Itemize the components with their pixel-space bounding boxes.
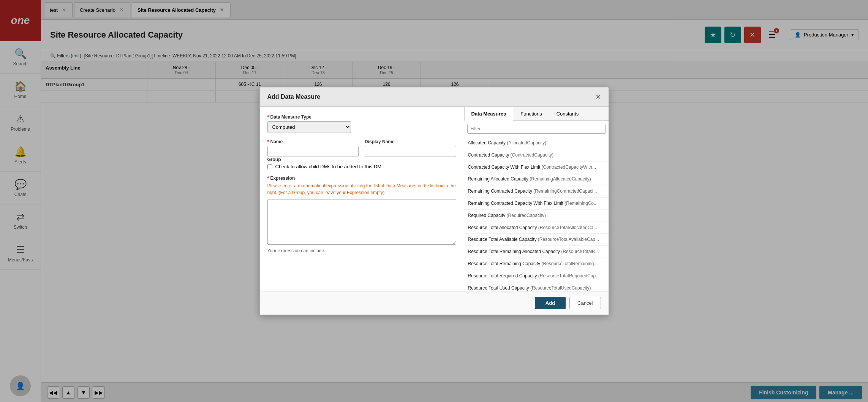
expression-label: Expression	[267, 176, 456, 181]
list-item[interactable]: Remaining Contracted Capacity With Flex …	[464, 198, 609, 210]
modal-left-panel: Data Measure Type Computed Manual Calcul…	[260, 107, 464, 291]
list-item[interactable]: Required Capacity (RequiredCapacity)	[464, 210, 609, 222]
list-item[interactable]: Resource Total Remaining Allocated Capac…	[464, 246, 609, 258]
modal-body: Data Measure Type Computed Manual Calcul…	[260, 107, 609, 291]
modal-footer: Add Cancel	[260, 291, 609, 315]
group-label: Group	[267, 157, 456, 162]
tab-constants[interactable]: Constants	[549, 107, 586, 121]
expression-textarea[interactable]	[267, 199, 456, 245]
expression-help: Please enter a mathematical expression u…	[267, 182, 456, 196]
data-measure-type-select[interactable]: Computed Manual Calculated	[267, 121, 351, 133]
data-measure-type-label: Data Measure Type	[267, 114, 456, 120]
cancel-button[interactable]: Cancel	[569, 297, 601, 309]
panel-filter-input[interactable]	[467, 124, 606, 134]
add-button[interactable]: Add	[535, 297, 566, 309]
group-checkbox-label: Check to allow child DMs to be added to …	[275, 164, 383, 169]
name-label: Name	[267, 139, 359, 144]
modal-close-button[interactable]: ✕	[595, 93, 601, 101]
list-item[interactable]: Resource Total Available Capacity (Resou…	[464, 234, 609, 246]
list-item[interactable]: Contracted Capacity With Flex Limit (Con…	[464, 161, 609, 174]
panel-tabs: Data Measures Functions Constants	[464, 107, 609, 121]
modal-right-panel: Data Measures Functions Constants	[464, 107, 609, 291]
tab-functions[interactable]: Functions	[513, 107, 549, 121]
modal-overlay: Add Data Measure ✕ Data Measure Type Com…	[0, 0, 868, 402]
display-name-label: Display Name	[365, 139, 456, 144]
list-item[interactable]: Resource Total Remaining Capacity (Resou…	[464, 258, 609, 270]
list-item[interactable]: Resource Total Used Capacity (ResourceTo…	[464, 282, 609, 291]
panel-filter	[464, 121, 609, 137]
group-checkbox[interactable]	[267, 164, 272, 169]
list-item[interactable]: Resource Total Allocated Capacity (Resou…	[464, 222, 609, 234]
data-measures-list: Allocated Capacity (AllocatedCapacity) C…	[464, 137, 609, 291]
modal-title: Add Data Measure	[267, 93, 321, 100]
name-displayname-row: Name Display Name	[267, 139, 456, 157]
data-measure-type-field: Data Measure Type Computed Manual Calcul…	[267, 114, 456, 133]
list-item[interactable]: Remaining Contracted Capacity (Remaining…	[464, 185, 609, 198]
display-name-field-group: Display Name	[365, 139, 456, 157]
list-item[interactable]: Contracted Capacity (ContractedCapacity)	[464, 149, 609, 161]
modal-header: Add Data Measure ✕	[260, 87, 609, 107]
display-name-input[interactable]	[365, 146, 456, 157]
list-item[interactable]: Resource Total Required Capacity (Resour…	[464, 270, 609, 282]
name-input[interactable]	[267, 146, 359, 157]
expression-note: Your expression can include:	[267, 248, 456, 253]
list-item[interactable]: Remaining Allocated Capacity (RemainingA…	[464, 173, 609, 185]
list-item[interactable]: Allocated Capacity (AllocatedCapacity)	[464, 137, 609, 149]
add-data-measure-modal: Add Data Measure ✕ Data Measure Type Com…	[259, 87, 609, 315]
tab-data-measures[interactable]: Data Measures	[464, 107, 514, 121]
group-checkbox-row: Check to allow child DMs to be added to …	[267, 164, 456, 169]
group-field-group: Group Check to allow child DMs to be add…	[267, 157, 456, 169]
name-field-group: Name	[267, 139, 359, 157]
expression-field-group: Expression Please enter a mathematical e…	[267, 176, 456, 253]
